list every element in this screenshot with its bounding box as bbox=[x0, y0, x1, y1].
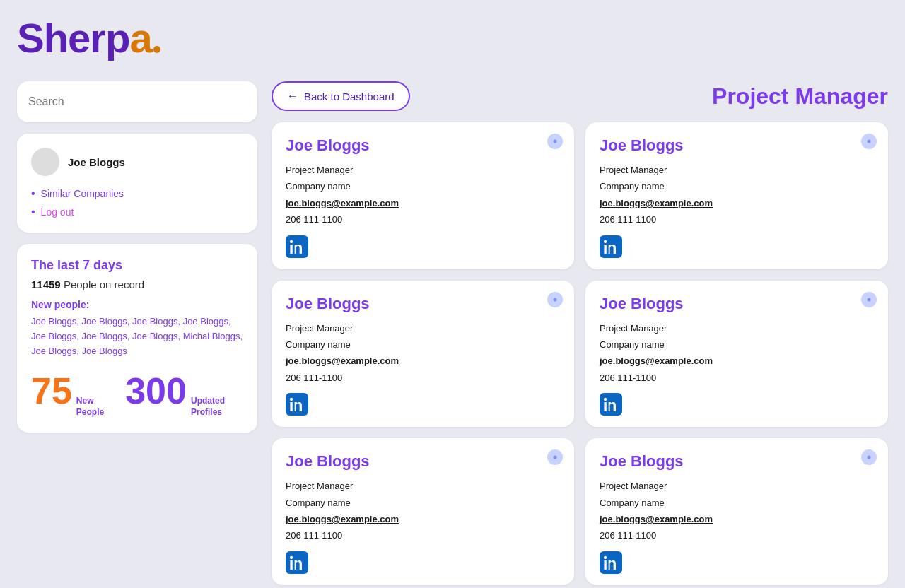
card-info: Project Manager Company name joe.bloggs@… bbox=[600, 320, 874, 387]
user-header: Joe Bloggs bbox=[31, 148, 243, 176]
card-info: Project Manager Company name joe.bloggs@… bbox=[286, 320, 560, 387]
card-info: Project Manager Company name joe.bloggs@… bbox=[600, 162, 874, 228]
person-card: Joe Bloggs Project Manager Company name … bbox=[272, 438, 574, 585]
linkedin-icon bbox=[290, 240, 304, 254]
card-name[interactable]: Joe Bloggs bbox=[600, 136, 874, 155]
user-card: Joe Bloggs Similar Companies Log out bbox=[17, 134, 257, 233]
card-phone: 206 111-1100 bbox=[286, 211, 560, 228]
card-company: Company name bbox=[286, 178, 560, 194]
card-title: Project Manager bbox=[286, 162, 560, 178]
linkedin-icon bbox=[290, 397, 304, 411]
card-company: Company name bbox=[286, 336, 560, 353]
search-box bbox=[17, 81, 257, 122]
pin-icon bbox=[551, 137, 559, 146]
card-name[interactable]: Joe Bloggs bbox=[286, 136, 560, 155]
avatar bbox=[31, 148, 59, 176]
pin-icon bbox=[551, 453, 559, 461]
stats-card: The last 7 days 11459 People on record N… bbox=[17, 244, 257, 433]
card-company: Company name bbox=[600, 178, 874, 194]
stat-updated-count: 300 bbox=[125, 372, 187, 409]
logo: Sherpa bbox=[17, 14, 888, 61]
search-input[interactable] bbox=[28, 95, 246, 108]
card-name[interactable]: Joe Bloggs bbox=[286, 452, 560, 471]
cards-grid: Joe Bloggs Project Manager Company name … bbox=[272, 122, 888, 585]
linkedin-button[interactable] bbox=[600, 393, 622, 416]
svg-point-3 bbox=[868, 298, 871, 301]
stat-new: 75 New People bbox=[31, 372, 104, 418]
linkedin-button[interactable] bbox=[600, 551, 622, 574]
content-area: ← Back to Dashboard Project Manager Joe … bbox=[272, 81, 888, 585]
user-name: Joe Bloggs bbox=[68, 156, 125, 168]
card-company: Company name bbox=[286, 495, 560, 511]
pin-button[interactable] bbox=[861, 449, 877, 465]
card-company: Company name bbox=[600, 495, 874, 511]
card-email[interactable]: joe.bloggs@example.com bbox=[286, 355, 399, 366]
logo-text-a: a bbox=[129, 15, 151, 61]
card-title: Project Manager bbox=[600, 162, 874, 178]
card-title: Project Manager bbox=[286, 320, 560, 336]
page-title: Project Manager bbox=[712, 83, 888, 110]
card-name[interactable]: Joe Bloggs bbox=[600, 452, 874, 471]
card-email[interactable]: joe.bloggs@example.com bbox=[600, 198, 713, 208]
card-name[interactable]: Joe Bloggs bbox=[286, 295, 560, 313]
stats-new-label: New people: bbox=[31, 299, 243, 310]
similar-companies-item: Similar Companies bbox=[31, 187, 243, 200]
card-email[interactable]: joe.bloggs@example.com bbox=[600, 514, 713, 524]
linkedin-button[interactable] bbox=[286, 393, 308, 416]
linkedin-button[interactable] bbox=[286, 551, 308, 574]
logout-link[interactable]: Log out bbox=[41, 206, 74, 218]
content-header: ← Back to Dashboard Project Manager bbox=[272, 81, 888, 111]
stat-new-label: New People bbox=[76, 396, 104, 418]
pin-button[interactable] bbox=[861, 292, 877, 307]
sidebar: Joe Bloggs Similar Companies Log out The… bbox=[17, 81, 257, 585]
card-email[interactable]: joe.bloggs@example.com bbox=[286, 198, 399, 208]
linkedin-button[interactable] bbox=[600, 235, 622, 258]
similar-companies-link[interactable]: Similar Companies bbox=[41, 188, 124, 199]
card-email[interactable]: joe.bloggs@example.com bbox=[286, 514, 399, 524]
stats-record: 11459 People on record bbox=[31, 278, 243, 290]
person-card: Joe Bloggs Project Manager Company name … bbox=[272, 281, 574, 428]
stat-updated-label: Updated Profiles bbox=[191, 396, 225, 418]
pin-icon bbox=[865, 453, 873, 461]
linkedin-icon bbox=[604, 240, 618, 254]
stats-record-label: People on record bbox=[64, 278, 144, 290]
linkedin-icon bbox=[604, 397, 618, 411]
back-arrow-icon: ← bbox=[287, 90, 298, 102]
pin-icon bbox=[865, 137, 873, 146]
pin-button[interactable] bbox=[547, 292, 563, 307]
card-company: Company name bbox=[600, 336, 874, 353]
user-links: Similar Companies Log out bbox=[31, 187, 243, 218]
card-name[interactable]: Joe Bloggs bbox=[600, 295, 874, 313]
stats-period: The last 7 days bbox=[31, 258, 243, 273]
pin-button[interactable] bbox=[861, 134, 877, 149]
svg-point-4 bbox=[554, 456, 557, 459]
card-info: Project Manager Company name joe.bloggs@… bbox=[600, 478, 874, 544]
person-card: Joe Bloggs Project Manager Company name … bbox=[585, 122, 888, 269]
pin-button[interactable] bbox=[547, 449, 563, 465]
card-info: Project Manager Company name joe.bloggs@… bbox=[286, 162, 560, 228]
svg-point-0 bbox=[554, 140, 557, 143]
stat-updated: 300 Updated Profiles bbox=[125, 372, 225, 418]
linkedin-button[interactable] bbox=[286, 235, 308, 258]
stat-new-count: 75 bbox=[31, 372, 72, 409]
card-title: Project Manager bbox=[600, 478, 874, 494]
svg-point-1 bbox=[868, 140, 871, 143]
card-phone: 206 111-1100 bbox=[286, 370, 560, 386]
stats-names: Joe Bloggs, Joe Bloggs, Joe Bloggs, Joe … bbox=[31, 314, 243, 358]
pin-icon bbox=[551, 295, 559, 304]
card-title: Project Manager bbox=[600, 320, 874, 336]
card-phone: 206 111-1100 bbox=[600, 527, 874, 543]
pin-icon bbox=[865, 295, 873, 304]
stats-record-count: 11459 bbox=[31, 278, 61, 290]
person-card: Joe Bloggs Project Manager Company name … bbox=[272, 122, 574, 269]
linkedin-icon bbox=[604, 555, 618, 570]
person-card: Joe Bloggs Project Manager Company name … bbox=[585, 281, 888, 428]
card-info: Project Manager Company name joe.bloggs@… bbox=[286, 478, 560, 544]
svg-point-2 bbox=[554, 298, 557, 301]
pin-button[interactable] bbox=[547, 134, 563, 149]
card-phone: 206 111-1100 bbox=[600, 370, 874, 386]
logo-dot bbox=[153, 46, 160, 53]
back-to-dashboard-button[interactable]: ← Back to Dashboard bbox=[272, 81, 410, 111]
main-layout: Joe Bloggs Similar Companies Log out The… bbox=[17, 81, 888, 585]
card-email[interactable]: joe.bloggs@example.com bbox=[600, 355, 713, 366]
